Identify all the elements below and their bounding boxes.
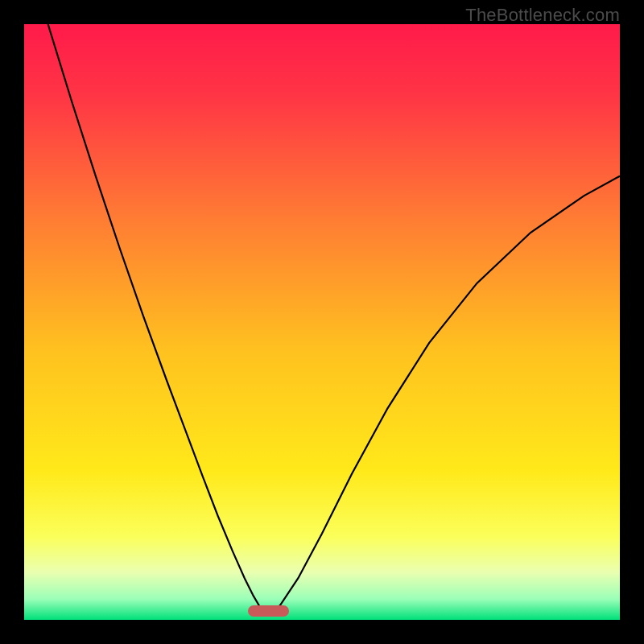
- frame-border: TheBottleneck.com: [0, 0, 644, 644]
- curve-left-branch: [48, 24, 266, 615]
- plot-area: [24, 24, 620, 620]
- optimum-marker: [248, 605, 290, 617]
- bottleneck-curve: [24, 24, 620, 620]
- curve-right-branch: [270, 176, 620, 615]
- watermark-text: TheBottleneck.com: [465, 5, 620, 26]
